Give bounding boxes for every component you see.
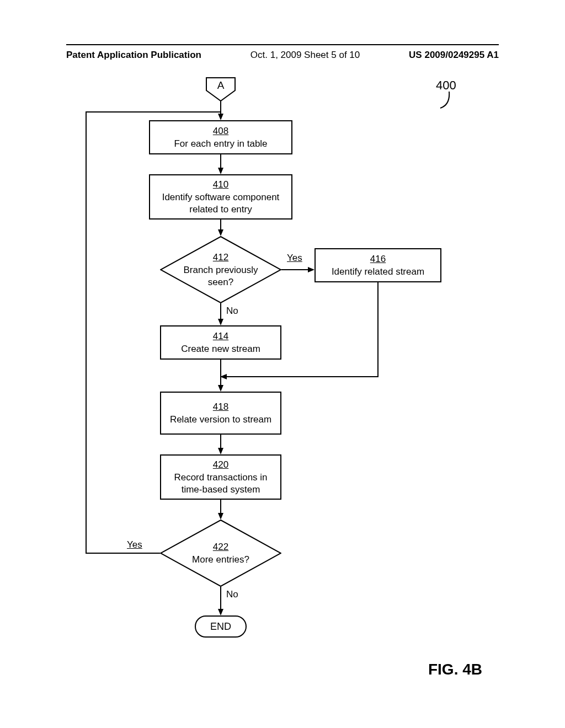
flowchart-wires (66, 72, 499, 695)
flowchart-canvas: A 408 For each entry in table 410 Identi… (66, 72, 499, 695)
header-left: Patent Application Publication (66, 50, 201, 61)
page-header: Patent Application Publication Oct. 1, 2… (66, 44, 499, 61)
header-mid: Oct. 1, 2009 Sheet 5 of 10 (250, 50, 360, 61)
header-right: US 2009/0249295 A1 (409, 50, 499, 61)
